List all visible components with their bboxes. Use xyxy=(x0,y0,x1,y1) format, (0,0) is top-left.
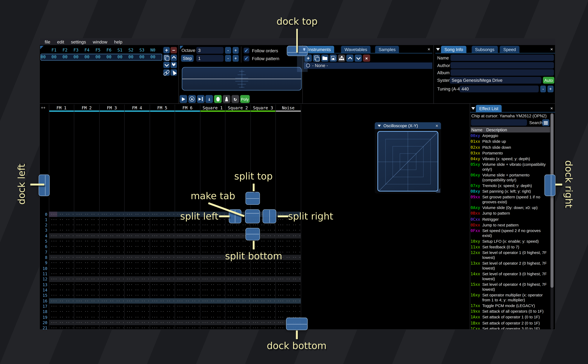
channel-header-fm-1[interactable]: FM 1 xyxy=(49,106,74,110)
pattern-cell[interactable]: ··· ·· ·· ···· xyxy=(49,233,74,239)
pattern-cell[interactable]: ··· ·· ·· ···· xyxy=(150,293,175,298)
pattern-row[interactable]: ··· ·· ·· ······· ·· ·· ······· ·· ·· ··… xyxy=(49,244,301,249)
order-duplicate-button[interactable] xyxy=(163,54,170,61)
pattern-cell[interactable]: ··· ·· ·· ···· xyxy=(99,255,124,260)
effect-search-input[interactable] xyxy=(471,119,527,126)
split-bottom-target[interactable] xyxy=(245,228,260,240)
pattern-cell[interactable]: ··· ·· ·· ···· xyxy=(276,309,301,314)
effect-row[interactable]: 07xyTremolo (x: speed; y: depth) xyxy=(470,183,549,188)
pattern-cell[interactable]: ··· ·· ·· ···· xyxy=(74,255,99,260)
tab-wavetables[interactable]: Wavetables xyxy=(341,46,370,53)
pattern-cell[interactable]: ··· ·· ·· ···· xyxy=(251,298,276,304)
pattern-cell[interactable]: ··· ·· ·· ···· xyxy=(175,287,200,293)
pattern-cell[interactable]: ··· ·· ·· ···· xyxy=(74,260,99,266)
pattern-cell[interactable]: ··· ·· ·· ···· xyxy=(125,260,150,266)
order-edit-mode-button[interactable] xyxy=(171,69,177,75)
pattern-cell[interactable]: ··· ·· ·· ···· xyxy=(175,325,200,330)
pattern-cell[interactable]: ··· ·· ·· ···· xyxy=(125,266,150,271)
metronome-button[interactable] xyxy=(223,95,230,103)
pattern-cell[interactable]: ··· ·· ·· ···· xyxy=(175,276,200,282)
menu-file[interactable]: file xyxy=(42,39,53,45)
pattern-cell[interactable]: ··· ·· ·· ···· xyxy=(175,249,200,255)
pattern-cell[interactable]: ··· ·· ·· ···· xyxy=(175,293,200,298)
pattern-cell[interactable]: ··· ·· ·· ···· xyxy=(125,211,150,217)
pattern-cell[interactable]: ··· ·· ·· ···· xyxy=(200,282,225,287)
effect-row[interactable]: 1AxxSet attack of operator 1 (0 to 1F) xyxy=(470,314,549,320)
play-one-row-button[interactable] xyxy=(197,95,204,103)
pattern-cell[interactable]: ··· ·· ·· ···· xyxy=(150,266,175,271)
pattern-cell[interactable]: ··· ·· ·· ···· xyxy=(74,266,99,271)
pattern-cell[interactable]: ··· ·· ·· ···· xyxy=(125,228,150,233)
pattern-cell[interactable]: ··· ·· ·· ···· xyxy=(49,239,74,244)
effect-row[interactable]: 0FxxSet speed (speed 2 if no grooves exi… xyxy=(470,228,549,238)
pattern-row[interactable]: ··· ·· ·· ······· ·· ·· ······· ·· ·· ··… xyxy=(49,228,301,233)
pattern-cell[interactable]: ··· ·· ·· ···· xyxy=(175,304,200,309)
pattern-cell[interactable]: ··· ·· ·· ···· xyxy=(99,304,124,309)
pattern-cell[interactable]: ··· ·· ·· ···· xyxy=(175,314,200,320)
pattern-cell[interactable]: ··· ·· ·· ···· xyxy=(125,255,150,260)
order-row[interactable]: 0000000000000000000000 xyxy=(40,54,162,60)
pattern-cell[interactable]: ··· ·· ·· ···· xyxy=(200,271,225,276)
order-channel-F4[interactable]: F4 xyxy=(81,48,92,53)
order-move-bottom-button[interactable] xyxy=(171,62,177,68)
pattern-cell[interactable]: ··· ·· ·· ···· xyxy=(175,244,200,249)
tab-instruments[interactable]: Instruments xyxy=(305,46,334,53)
pattern-cell[interactable]: ··· ·· ·· ···· xyxy=(251,314,276,320)
tab-song-info[interactable]: Song Info xyxy=(441,46,466,53)
pattern-cell[interactable]: ··· ·· ·· ···· xyxy=(125,314,150,320)
effect-row[interactable]: 19xxSet attack of all operators (0 to 1F… xyxy=(470,309,549,314)
pattern-cell[interactable]: ··· ·· ·· ···· xyxy=(150,244,175,249)
menu-help[interactable]: help xyxy=(112,39,125,45)
panel-separator[interactable] xyxy=(178,45,179,104)
tuning-increase-button[interactable]: + xyxy=(548,85,554,92)
tab-subsongs[interactable]: Subsongs xyxy=(472,46,498,53)
pattern-cell[interactable]: ··· ·· ·· ···· xyxy=(49,293,74,298)
pattern-row[interactable]: ··· ·· ·· ······· ·· ·· ······· ·· ·· ··… xyxy=(49,314,301,320)
collapse-caret-icon[interactable] xyxy=(378,124,381,127)
pattern-cell[interactable]: ··· ·· ·· ···· xyxy=(49,228,74,233)
pattern-cell[interactable]: ··· ·· ·· ···· xyxy=(99,320,124,325)
make-tab-target[interactable] xyxy=(245,209,260,223)
order-value[interactable]: 00 xyxy=(92,55,103,59)
pattern-cell[interactable]: ··· ·· ·· ···· xyxy=(175,282,200,287)
pattern-cell[interactable]: ··· ·· ·· ···· xyxy=(251,271,276,276)
pattern-cell[interactable]: ··· ·· ·· ···· xyxy=(276,282,301,287)
order-value[interactable]: 00 xyxy=(70,55,81,59)
author-input[interactable] xyxy=(450,62,554,69)
octave-decrease-button[interactable]: - xyxy=(225,47,231,54)
pattern-cell[interactable]: ··· ·· ·· ···· xyxy=(200,222,225,228)
instrument-open-button[interactable] xyxy=(321,55,329,62)
pattern-cell[interactable]: ··· ·· ·· ···· xyxy=(251,282,276,287)
channel-header-fm-5[interactable]: FM 5 xyxy=(150,106,175,110)
instrument-duplicate-button[interactable] xyxy=(313,55,320,62)
dock-bottom-target[interactable] xyxy=(286,318,308,330)
pattern-cell[interactable]: ··· ·· ·· ···· xyxy=(251,304,276,309)
order-add-button[interactable]: + xyxy=(163,47,170,53)
effect-table-header[interactable]: Name Description xyxy=(470,127,550,132)
pattern-cell[interactable]: ··· ·· ·· ···· xyxy=(74,309,99,314)
pattern-cell[interactable]: ··· ·· ·· ···· xyxy=(200,293,225,298)
pattern-cell[interactable]: ··· ·· ·· ···· xyxy=(200,249,225,255)
channel-header-fm-2[interactable]: FM 2 xyxy=(74,106,99,110)
pattern-cell[interactable]: ··· ·· ·· ···· xyxy=(150,325,175,330)
tuning-decrease-button[interactable]: - xyxy=(540,85,546,92)
effect-row[interactable]: 16xySet operator multiplier (x: operator… xyxy=(470,292,549,303)
pattern-cell[interactable]: ··· ·· ·· ···· xyxy=(200,239,225,244)
pattern-cell[interactable]: ··· ·· ·· ···· xyxy=(200,314,225,320)
pattern-cell[interactable]: ··· ·· ·· ···· xyxy=(150,282,175,287)
tuning-input[interactable]: 440 xyxy=(460,85,539,92)
order-move-up-button[interactable] xyxy=(171,54,177,61)
effect-row[interactable]: 08xySet panning (x: left; y: right) xyxy=(470,188,549,194)
effect-row[interactable]: 05xyVolume slide + vibrato (compatibilit… xyxy=(470,162,549,172)
pattern-row[interactable]: ··· ·· ·· ······· ·· ·· ······· ·· ·· ··… xyxy=(49,282,301,287)
pattern-cell[interactable]: ··· ·· ·· ···· xyxy=(125,244,150,249)
effect-row[interactable]: 0DxxJump to next pattern xyxy=(470,222,549,228)
menu-settings[interactable]: settings xyxy=(68,39,89,45)
pattern-cell[interactable]: ··· ·· ·· ···· xyxy=(276,276,301,282)
collapse-caret-icon[interactable] xyxy=(436,48,440,51)
panel-separator[interactable] xyxy=(40,103,555,104)
effect-row[interactable]: 1CxxSet attack of operator 3 (0 to 1F) xyxy=(470,326,549,330)
play-button[interactable] xyxy=(180,95,187,103)
order-value[interactable]: 00 xyxy=(147,55,159,59)
pattern-cell[interactable]: ··· ·· ·· ···· xyxy=(175,239,200,244)
